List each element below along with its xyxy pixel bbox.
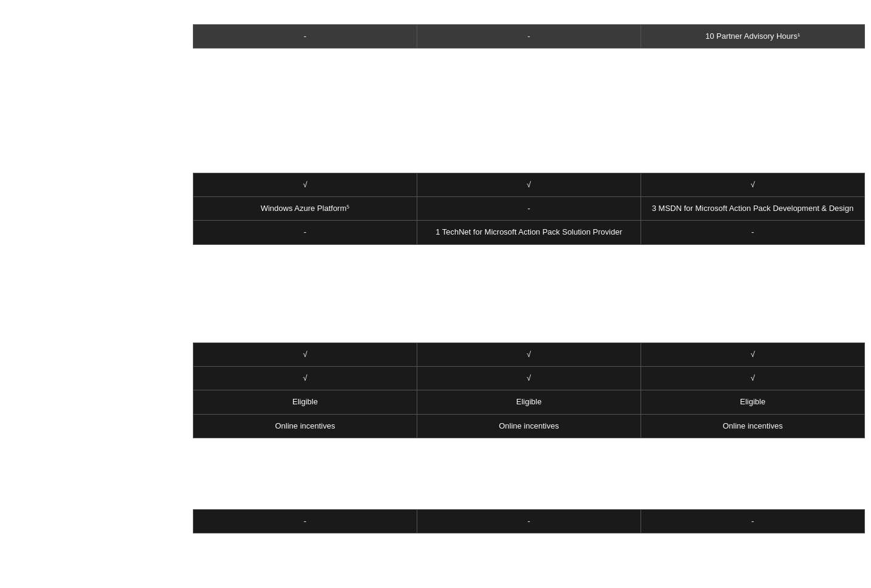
table-row: √ √ √: [193, 173, 865, 197]
cell-2-2-1: 1 TechNet for Microsoft Action Pack Solu…: [417, 221, 641, 244]
table-row: - 1 TechNet for Microsoft Action Pack So…: [193, 221, 865, 244]
cell-3-3-0: Online incentives: [193, 414, 417, 438]
cell-4-0-2: -: [641, 510, 864, 533]
cell-3-0-1: √: [417, 343, 641, 367]
cell-2-0-2: √: [641, 173, 864, 197]
cell-3-1-2: √: [641, 367, 864, 390]
cell-2-1-1: -: [417, 197, 641, 221]
cell-2-2-2: -: [641, 221, 864, 244]
section-2: √ √ √ Windows Azure Platform⁵ - 3 MSDN f…: [193, 173, 865, 245]
cell-1-3: 10 Partner Advisory Hours¹: [641, 25, 864, 48]
section-4: - - -: [193, 509, 865, 533]
cell-1-2: -: [417, 25, 641, 48]
table-4: - - -: [193, 509, 865, 533]
cell-2-1-2: 3 MSDN for Microsoft Action Pack Develop…: [641, 197, 864, 221]
table-row: Online incentives Online incentives Onli…: [193, 414, 865, 438]
cell-4-0-1: -: [417, 510, 641, 533]
table-row: √ √ √: [193, 343, 865, 367]
cell-3-3-1: Online incentives: [417, 414, 641, 438]
section-1: - - 10 Partner Advisory Hours¹: [193, 24, 865, 48]
cell-1-1: -: [193, 25, 417, 48]
cell-3-2-1: Eligible: [417, 390, 641, 414]
table-1: - - 10 Partner Advisory Hours¹: [193, 24, 865, 48]
cell-2-0-1: √: [417, 173, 641, 197]
cell-4-0-0: -: [193, 510, 417, 533]
cell-3-0-2: √: [641, 343, 864, 367]
table-row: - - -: [193, 510, 865, 533]
table-row: Eligible Eligible Eligible: [193, 390, 865, 414]
table-row: √ √ √: [193, 367, 865, 390]
section-3: √ √ √ √ √ √ Eligible Eligible Eligible O…: [193, 342, 865, 438]
cell-3-2-0: Eligible: [193, 390, 417, 414]
cell-3-1-1: √: [417, 367, 641, 390]
cell-3-2-2: Eligible: [641, 390, 864, 414]
cell-2-2-0: -: [193, 221, 417, 244]
table-2: √ √ √ Windows Azure Platform⁵ - 3 MSDN f…: [193, 173, 865, 245]
cell-2-1-0: Windows Azure Platform⁵: [193, 197, 417, 221]
cell-2-0-0: √: [193, 173, 417, 197]
page-container: - - 10 Partner Advisory Hours¹ √ √ √: [0, 0, 871, 588]
cell-3-1-0: √: [193, 367, 417, 390]
cell-3-0-0: √: [193, 343, 417, 367]
cell-3-3-2: Online incentives: [641, 414, 864, 438]
table-row: - - 10 Partner Advisory Hours¹: [193, 25, 865, 48]
table-row: Windows Azure Platform⁵ - 3 MSDN for Mic…: [193, 197, 865, 221]
table-3: √ √ √ √ √ √ Eligible Eligible Eligible O…: [193, 342, 865, 438]
